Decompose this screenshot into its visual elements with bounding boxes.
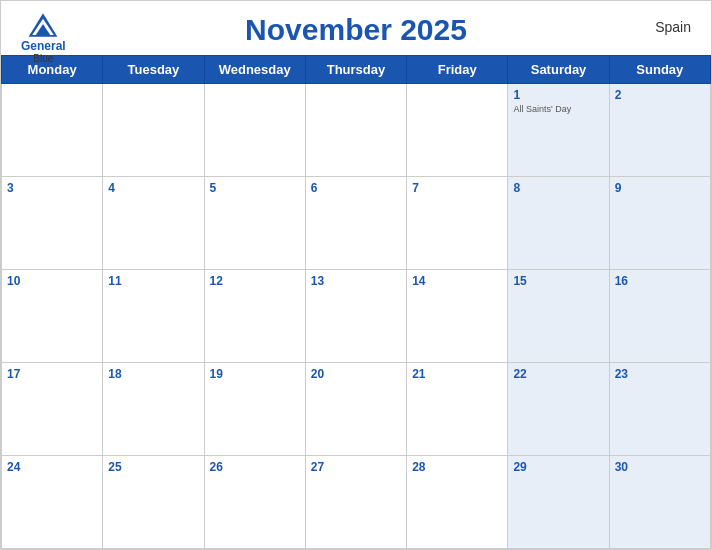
day-cell: 22 <box>508 363 609 456</box>
day-number: 2 <box>615 88 705 102</box>
day-cell: 15 <box>508 270 609 363</box>
country-label: Spain <box>655 19 691 35</box>
col-saturday: Saturday <box>508 56 609 84</box>
day-cell: 19 <box>204 363 305 456</box>
day-number: 20 <box>311 367 401 381</box>
day-cell: 9 <box>609 177 710 270</box>
day-number: 12 <box>210 274 300 288</box>
day-number: 22 <box>513 367 603 381</box>
day-cell <box>103 84 204 177</box>
day-number: 28 <box>412 460 502 474</box>
day-cell: 28 <box>407 456 508 549</box>
day-cell: 24 <box>2 456 103 549</box>
calendar-header: General Blue November 2025 Spain <box>1 1 711 55</box>
day-number: 8 <box>513 181 603 195</box>
day-number: 13 <box>311 274 401 288</box>
week-row-2: 3456789 <box>2 177 711 270</box>
day-number: 21 <box>412 367 502 381</box>
day-number: 30 <box>615 460 705 474</box>
day-number: 5 <box>210 181 300 195</box>
col-sunday: Sunday <box>609 56 710 84</box>
day-number: 17 <box>7 367 97 381</box>
day-cell: 3 <box>2 177 103 270</box>
logo-icon <box>25 11 61 39</box>
day-cell: 10 <box>2 270 103 363</box>
calendar-title: November 2025 <box>245 13 467 47</box>
day-cell <box>407 84 508 177</box>
day-cell: 29 <box>508 456 609 549</box>
day-number: 1 <box>513 88 603 102</box>
day-cell: 18 <box>103 363 204 456</box>
day-number: 15 <box>513 274 603 288</box>
day-cell: 30 <box>609 456 710 549</box>
day-cell: 13 <box>305 270 406 363</box>
day-cell: 27 <box>305 456 406 549</box>
day-number: 25 <box>108 460 198 474</box>
day-number: 18 <box>108 367 198 381</box>
day-cell: 4 <box>103 177 204 270</box>
day-number: 27 <box>311 460 401 474</box>
day-cell: 11 <box>103 270 204 363</box>
day-number: 7 <box>412 181 502 195</box>
day-number: 16 <box>615 274 705 288</box>
day-number: 3 <box>7 181 97 195</box>
weekday-header-row: Monday Tuesday Wednesday Thursday Friday… <box>2 56 711 84</box>
day-number: 14 <box>412 274 502 288</box>
day-cell <box>204 84 305 177</box>
day-cell: 12 <box>204 270 305 363</box>
col-thursday: Thursday <box>305 56 406 84</box>
week-row-5: 24252627282930 <box>2 456 711 549</box>
day-number: 9 <box>615 181 705 195</box>
day-cell: 1All Saints' Day <box>508 84 609 177</box>
day-cell: 14 <box>407 270 508 363</box>
day-cell: 26 <box>204 456 305 549</box>
day-cell: 5 <box>204 177 305 270</box>
logo-blue-text: Blue <box>33 53 53 64</box>
day-cell: 16 <box>609 270 710 363</box>
day-cell <box>305 84 406 177</box>
week-row-4: 17181920212223 <box>2 363 711 456</box>
week-row-3: 10111213141516 <box>2 270 711 363</box>
day-number: 11 <box>108 274 198 288</box>
day-number: 19 <box>210 367 300 381</box>
day-cell: 17 <box>2 363 103 456</box>
holiday-label: All Saints' Day <box>513 104 603 116</box>
day-number: 29 <box>513 460 603 474</box>
day-cell: 20 <box>305 363 406 456</box>
day-number: 6 <box>311 181 401 195</box>
day-cell: 2 <box>609 84 710 177</box>
logo: General Blue <box>21 11 66 64</box>
day-number: 4 <box>108 181 198 195</box>
day-cell: 8 <box>508 177 609 270</box>
day-cell: 23 <box>609 363 710 456</box>
col-tuesday: Tuesday <box>103 56 204 84</box>
calendar-table: Monday Tuesday Wednesday Thursday Friday… <box>1 55 711 549</box>
day-number: 23 <box>615 367 705 381</box>
calendar-body: 1All Saints' Day234567891011121314151617… <box>2 84 711 549</box>
day-cell: 25 <box>103 456 204 549</box>
day-number: 26 <box>210 460 300 474</box>
day-cell <box>2 84 103 177</box>
day-number: 24 <box>7 460 97 474</box>
logo-general: General <box>21 39 66 53</box>
day-cell: 6 <box>305 177 406 270</box>
day-number: 10 <box>7 274 97 288</box>
day-cell: 7 <box>407 177 508 270</box>
day-cell: 21 <box>407 363 508 456</box>
col-friday: Friday <box>407 56 508 84</box>
week-row-1: 1All Saints' Day2 <box>2 84 711 177</box>
col-wednesday: Wednesday <box>204 56 305 84</box>
calendar-wrapper: General Blue November 2025 Spain Monday … <box>0 0 712 550</box>
